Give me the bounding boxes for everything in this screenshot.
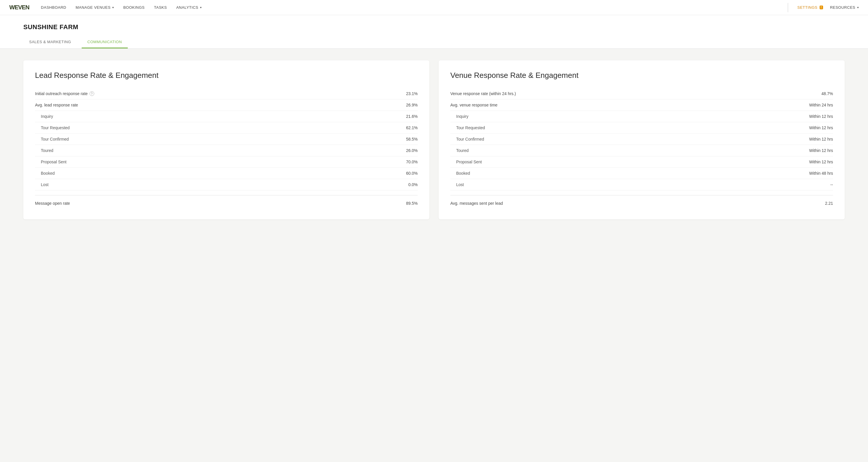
metric-booked-label: Booked xyxy=(35,171,55,176)
nav-right: SETTINGS ! RESOURCES ▾ xyxy=(785,3,859,12)
metric-toured-value: 26.0% xyxy=(406,148,418,153)
metric-inquiry: Inquiry 21.6% xyxy=(35,111,418,122)
venue-card-title: Venue Response Rate & Engagement xyxy=(450,71,833,80)
metric-booked-value: 60.0% xyxy=(406,171,418,176)
venue-booked-value: Within 48 hrs xyxy=(809,171,833,176)
venue-inquiry-label: Inquiry xyxy=(450,114,468,119)
venue-tour-confirmed-label: Tour Confirmed xyxy=(450,137,484,142)
info-icon[interactable]: ? xyxy=(90,91,94,96)
metric-avg-lead-value: 26.9% xyxy=(406,103,418,107)
nav-analytics[interactable]: ANALYTICS ▾ xyxy=(176,5,202,10)
venue-toured-value: Within 12 hrs xyxy=(809,148,833,153)
lead-response-card: Lead Response Rate & Engagement Initial … xyxy=(23,60,429,219)
metric-lost: Lost 0.0% xyxy=(35,179,418,190)
venue-metric-avg-time: Avg. venue response time Within 24 hrs xyxy=(450,99,833,111)
metric-tour-confirmed-value: 58.5% xyxy=(406,137,418,142)
logo[interactable]: WEVEN xyxy=(9,4,29,11)
venue-response-rate-value: 48.7% xyxy=(822,91,833,96)
metric-avg-lead-label: Avg. lead response rate xyxy=(35,103,78,107)
main-content: Lead Response Rate & Engagement Initial … xyxy=(0,49,868,462)
nav-links: DASHBOARD MANAGE VENUES ▾ BOOKINGS TASKS… xyxy=(41,5,785,10)
venue-messages-sent-label: Avg. messages sent per lead xyxy=(450,201,503,206)
metric-tour-confirmed-label: Tour Confirmed xyxy=(35,137,69,142)
metric-inquiry-label: Inquiry xyxy=(35,114,53,119)
venue-avg-time-value: Within 24 hrs xyxy=(809,103,833,107)
nav-bookings[interactable]: BOOKINGS xyxy=(123,5,145,10)
venue-metric-response-rate: Venue response rate (within 24 hrs.) 48.… xyxy=(450,88,833,99)
tab-bar: SALES & MARKETING COMMUNICATION xyxy=(23,37,845,49)
venue-tour-requested-value: Within 12 hrs xyxy=(809,125,833,130)
venue-messages-sent-value: 2.21 xyxy=(825,201,833,206)
venue-metric-proposal: Proposal Sent Within 12 hrs xyxy=(450,156,833,168)
metric-lost-value: 0.0% xyxy=(408,182,418,187)
venue-booked-label: Booked xyxy=(450,171,470,176)
nav-settings[interactable]: SETTINGS ! xyxy=(798,5,823,10)
cards-row: Lead Response Rate & Engagement Initial … xyxy=(23,60,845,219)
metric-avg-lead-response: Avg. lead response rate 26.9% xyxy=(35,99,418,111)
tab-sales-marketing[interactable]: SALES & MARKETING xyxy=(23,37,77,49)
metric-tour-requested: Tour Requested 62.1% xyxy=(35,122,418,133)
venue-lost-value: -- xyxy=(830,182,833,187)
metric-message-open-label: Message open rate xyxy=(35,201,70,206)
metric-tour-requested-label: Tour Requested xyxy=(35,125,70,130)
nav-dashboard[interactable]: DASHBOARD xyxy=(41,5,66,10)
venue-metric-toured: Toured Within 12 hrs xyxy=(450,145,833,156)
navigation: WEVEN DASHBOARD MANAGE VENUES ▾ BOOKINGS… xyxy=(0,0,868,15)
metric-message-open-value: 89.5% xyxy=(406,201,418,206)
tab-communication[interactable]: COMMUNICATION xyxy=(82,37,128,49)
venue-tour-confirmed-value: Within 12 hrs xyxy=(809,137,833,142)
metric-toured-label: Toured xyxy=(35,148,53,153)
metric-initial-outreach: Initial outreach response rate ? 23.1% xyxy=(35,88,418,99)
metric-proposal-label: Proposal Sent xyxy=(35,159,66,164)
metric-tour-requested-value: 62.1% xyxy=(406,125,418,130)
venue-toured-label: Toured xyxy=(450,148,469,153)
lead-card-title: Lead Response Rate & Engagement xyxy=(35,71,418,80)
card-divider xyxy=(35,195,418,195)
settings-notification: ! xyxy=(819,5,823,9)
nav-manage-venues[interactable]: MANAGE VENUES ▾ xyxy=(75,5,114,10)
venue-lost-label: Lost xyxy=(450,182,464,187)
venue-tour-requested-label: Tour Requested xyxy=(450,125,485,130)
nav-resources[interactable]: RESOURCES ▾ xyxy=(830,5,859,10)
metric-tour-confirmed: Tour Confirmed 58.5% xyxy=(35,133,418,145)
venue-title: SUNSHINE FARM xyxy=(23,23,845,31)
venue-metric-lost: Lost -- xyxy=(450,179,833,190)
venue-avg-time-label: Avg. venue response time xyxy=(450,103,498,107)
venue-card-divider xyxy=(450,195,833,195)
metric-booked: Booked 60.0% xyxy=(35,168,418,179)
venue-metric-tour-confirmed: Tour Confirmed Within 12 hrs xyxy=(450,133,833,145)
metric-toured: Toured 26.0% xyxy=(35,145,418,156)
metric-initial-outreach-label: Initial outreach response rate ? xyxy=(35,91,94,96)
venue-proposal-label: Proposal Sent xyxy=(450,159,482,164)
metric-proposal-sent: Proposal Sent 70.0% xyxy=(35,156,418,168)
venue-metric-messages-sent: Avg. messages sent per lead 2.21 xyxy=(450,198,833,209)
metric-proposal-value: 70.0% xyxy=(406,159,418,164)
venue-metric-inquiry: Inquiry Within 12 hrs xyxy=(450,111,833,122)
venue-response-rate-label: Venue response rate (within 24 hrs.) xyxy=(450,91,516,96)
metric-initial-outreach-value: 23.1% xyxy=(406,91,418,96)
metric-lost-label: Lost xyxy=(35,182,49,187)
venue-metric-tour-requested: Tour Requested Within 12 hrs xyxy=(450,122,833,133)
nav-divider xyxy=(788,3,788,12)
venue-metric-booked: Booked Within 48 hrs xyxy=(450,168,833,179)
venue-inquiry-value: Within 12 hrs xyxy=(809,114,833,119)
venue-proposal-value: Within 12 hrs xyxy=(809,159,833,164)
nav-tasks[interactable]: TASKS xyxy=(154,5,167,10)
page-header: SUNSHINE FARM SALES & MARKETING COMMUNIC… xyxy=(0,15,868,49)
venue-response-card: Venue Response Rate & Engagement Venue r… xyxy=(439,60,845,219)
metric-inquiry-value: 21.6% xyxy=(406,114,418,119)
metric-message-open: Message open rate 89.5% xyxy=(35,198,418,209)
